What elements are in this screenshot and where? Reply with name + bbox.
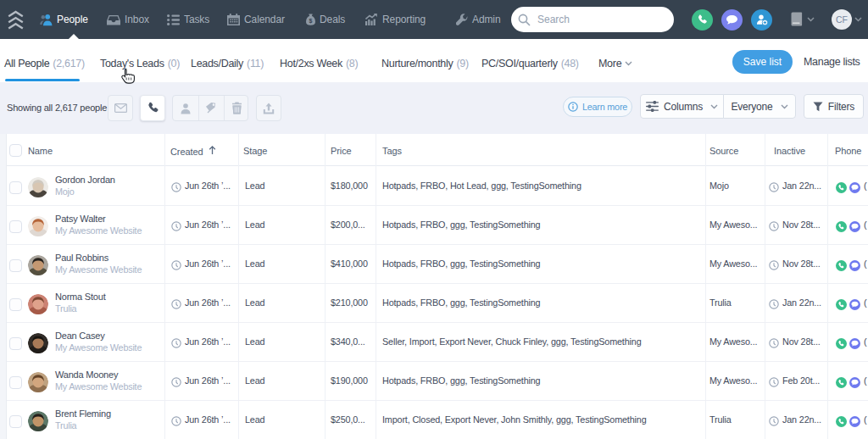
svg-text:$: $ [309, 18, 313, 25]
